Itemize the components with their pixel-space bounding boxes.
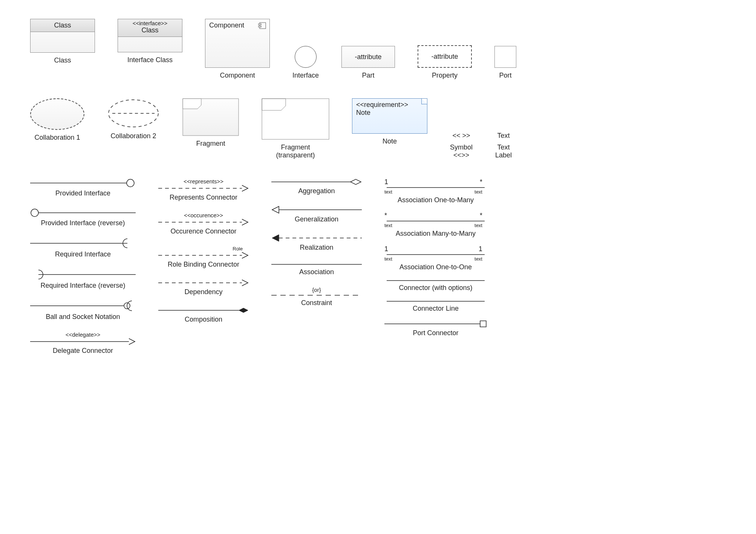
label-many-to-many: Association Many-to-Many [384,230,487,238]
part-text: -attribute [355,53,382,61]
interface-circle-icon [295,46,317,68]
fragment-trans-caption2: (transparent) [276,151,315,159]
conn-composition: Composition [158,307,249,323]
collab1-caption: Collaboration 1 [34,134,80,142]
fragment-trans-caption1: Fragment [281,143,310,151]
text-label-caption2: Label [495,151,512,159]
text-label-display: Text [497,132,510,140]
conn-association: Association [271,262,362,276]
text-label-caption1: Text [497,143,510,151]
mtm-tr: text [474,223,482,228]
shape-part: -attribute Part [341,19,395,79]
shape-interface-class: <<interface>> Class Interface Class [118,19,182,79]
interface-class-box-icon: <<interface>> Class [118,19,182,52]
conn-required-interface: Required Interface [30,238,136,258]
conn-provided-interface-reverse: Provided Interface (reverse) [30,208,136,227]
shape-port: Port [494,19,516,79]
conn-realization: Realization [271,234,362,252]
shape-collab2: Collaboration 2 [107,98,160,159]
shape-property: -attribute Property [418,19,472,79]
conn-generalization: Generalization [271,206,362,223]
label-conn-line: Connector Line [384,305,487,313]
component-box-icon: Component [205,19,270,68]
part-caption: Part [362,72,375,79]
shape-text-label: Text Text Label [495,98,512,159]
label-composition: Composition [158,316,249,323]
component-glyph-icon [258,22,266,29]
otm-tr: text [474,189,482,195]
interface-caption: Interface [292,72,319,79]
collaboration1-icon [30,98,84,130]
label-realization: Realization [271,244,362,252]
oto-right: 1 [479,245,482,253]
conn-one-to-one: 11 texttext Association One-to-One [384,245,487,271]
connectors-col-3: Aggregation Generalization Realization A… [271,178,362,307]
svg-point-3 [109,100,158,127]
symbol-caption2: <<>> [453,151,469,159]
oto-tr: text [474,256,482,262]
property-caption: Property [432,72,458,79]
class-caption: Class [54,56,71,64]
property-text: -attribute [432,53,458,61]
svg-point-8 [127,179,134,187]
label-port-connector: Port Connector [384,329,487,337]
delegate-stereo: <<delegate>> [30,331,136,338]
label-occurence: Occurence Connector [158,227,249,235]
label-aggregation: Aggregation [271,187,362,195]
label-required-interface: Required Interface [30,250,136,258]
otm-tl: text [384,189,392,195]
interface-header: Class [118,26,182,34]
conn-delegate: <<delegate>> Delegate Connector [30,331,136,355]
shape-class: Class Class [30,19,95,79]
conn-many-to-many: ** texttext Association Many-to-Many [384,212,487,238]
label-generalization: Generalization [271,215,362,223]
property-box-icon: -attribute [418,45,472,68]
conn-ball-socket: Ball and Socket Notation [30,300,136,321]
conn-role-binding: Role Role Binding Connector [158,246,249,269]
conn-represents: <<represents>> Represents Connector [158,178,249,201]
label-role-binding: Role Binding Connector [158,261,249,269]
symbol-caption1: Symbol [450,143,473,151]
label-delegate: Delegate Connector [30,347,136,355]
connectors-col-4: 1* texttext Association One-to-Many ** t… [384,178,487,337]
otm-right: * [480,178,482,186]
occurence-stereo: <<occurence>> [158,212,249,218]
constraint-hint: {or} [271,287,362,293]
conn-required-interface-reverse: Required Interface (reverse) [30,269,136,290]
part-box-icon: -attribute [341,46,395,68]
label-required-interface-reverse: Required Interface (reverse) [30,282,136,290]
note-box-icon: <<requirement>> Note [352,98,427,134]
port-box-icon [494,46,516,68]
conn-one-to-many: 1* texttext Association One-to-Many [384,178,487,204]
connectors-grid: Provided Interface Provided Interface (r… [30,178,726,355]
conn-dependency: Dependency [158,279,249,296]
label-constraint: Constraint [271,299,362,307]
conn-line: Connector Line [384,299,487,313]
label-dependency: Dependency [158,288,249,296]
conn-constraint: {or} Constraint [271,287,362,307]
row-shapes-1: Class Class <<interface>> Class Interfac… [30,19,726,79]
oto-tl: text [384,256,392,262]
component-title: Component [209,21,244,29]
connectors-col-2: <<represents>> Represents Connector <<oc… [158,178,249,323]
oto-left: 1 [384,245,388,253]
label-one-to-one: Association One-to-One [384,263,487,271]
represents-stereo: <<represents>> [158,178,249,185]
label-ball-socket: Ball and Socket Notation [30,313,136,321]
label-represents: Represents Connector [158,194,249,201]
label-conn-options: Connector (with options) [384,284,487,292]
interface-class-caption: Interface Class [127,56,173,64]
svg-rect-2 [258,26,261,27]
component-caption: Component [220,72,255,79]
note-caption: Note [383,137,397,145]
svg-point-9 [31,209,38,217]
conn-port-connector: Port Connector [384,320,487,337]
note-text: Note [356,109,423,117]
shape-fragment-transparent: Fragment (transparent) [262,98,329,159]
class-header: Class [31,19,95,32]
label-provided-interface: Provided Interface [30,189,136,197]
conn-aggregation: Aggregation [271,178,362,195]
interface-stereo: <<interface>> [118,20,182,26]
shape-note: <<requirement>> Note Note [352,98,427,159]
label-provided-interface-reverse: Provided Interface (reverse) [30,219,136,227]
